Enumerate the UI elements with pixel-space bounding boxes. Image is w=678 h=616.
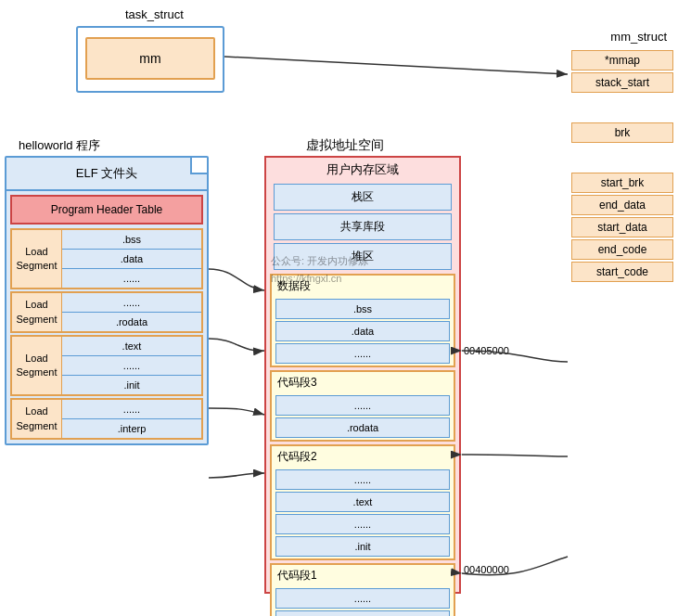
data-section: 数据段 .bss .data ...... xyxy=(270,274,455,367)
mm-item-brk: brk xyxy=(571,122,673,143)
task-struct-label: task_struct xyxy=(125,7,184,21)
segment-1: LoadSegment .bss .data ...... xyxy=(10,228,203,289)
code-section-1: 代码段1 ...... .interp xyxy=(270,563,455,616)
segment-2: LoadSegment ...... .rodata xyxy=(10,291,203,333)
mm-struct-box: *mmap stack_start brk start_brk end_data… xyxy=(571,50,673,284)
task-struct-box: mm xyxy=(76,26,224,93)
elf-header-label: ELF 文件头 xyxy=(76,166,137,180)
mm-item-start-code: start_code xyxy=(571,262,673,282)
mm-item-start-brk: start_brk xyxy=(571,173,673,193)
watermark: 公众号: 开发内功修炼 https://kfngxl.cn xyxy=(271,252,368,287)
addr1-label: 00405000 xyxy=(464,345,509,356)
pht-label: Program Header Table xyxy=(10,195,203,225)
mm-cell: mm xyxy=(85,37,215,80)
segment-4: LoadSegment ...... .interp xyxy=(10,398,203,440)
shared-lib-cell: 共享库段 xyxy=(274,213,452,240)
svg-line-2 xyxy=(224,57,568,74)
virtual-space-title: 虚拟地址空间 xyxy=(306,137,384,154)
mm-item-end-code: end_code xyxy=(571,239,673,260)
stack-cell: 栈区 xyxy=(274,184,452,211)
code-section-3: 代码段3 ...... .rodata xyxy=(270,370,455,442)
helloworld-label: helloworld 程序 xyxy=(19,137,100,154)
segment-3: LoadSegment .text ...... .init xyxy=(10,335,203,396)
mm-item-end-data: end_data xyxy=(571,195,673,215)
code-section-2: 代码段2 ...... .text ...... .init xyxy=(270,444,455,560)
mm-item-mmap: *mmap xyxy=(571,50,673,71)
mm-item-stack-start: stack_start xyxy=(571,72,673,93)
addr2-label: 00400000 xyxy=(464,564,509,575)
user-area-label: 用户内存区域 xyxy=(266,158,459,182)
mm-struct-label: mm_struct xyxy=(610,30,667,44)
virtual-space-box: 用户内存区域 栈区 共享库段 堆区 数据段 .bss .data ...... … xyxy=(264,156,461,594)
mm-item-start-data: start_data xyxy=(571,217,673,237)
helloworld-box: ELF 文件头 Program Header Table LoadSegment… xyxy=(5,156,209,445)
